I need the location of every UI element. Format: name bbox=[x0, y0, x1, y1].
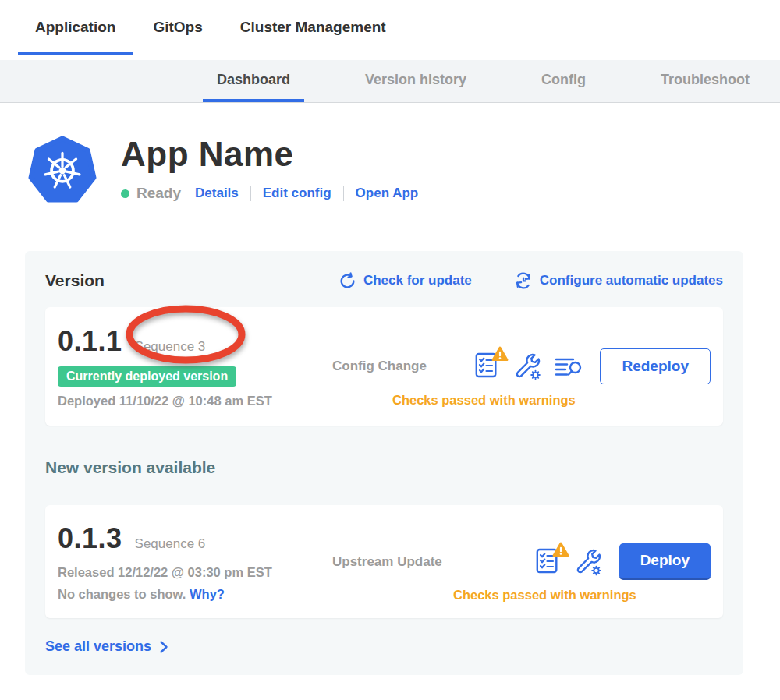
chevron-right-icon bbox=[159, 640, 168, 654]
divider bbox=[250, 186, 251, 201]
released-timestamp: Released 12/12/22 @ 03:30 pm EST bbox=[58, 565, 332, 580]
new-checks-status: Checks passed with warnings bbox=[453, 588, 636, 603]
status-badge: Ready bbox=[136, 185, 181, 202]
open-app-link[interactable]: Open App bbox=[356, 186, 419, 201]
new-version-heading: New version available bbox=[45, 458, 723, 477]
current-version-source-label: Config Change bbox=[332, 359, 427, 374]
current-version-number: 0.1.1 bbox=[58, 325, 122, 358]
tab-application[interactable]: Application bbox=[18, 19, 133, 55]
configure-auto-updates-label: Configure automatic updates bbox=[540, 273, 723, 288]
preflight-checks-button[interactable] bbox=[475, 352, 502, 381]
new-version-sequence: Sequence 6 bbox=[135, 536, 206, 552]
sub-nav: Dashboard Version history Config Trouble… bbox=[0, 60, 780, 103]
version-card-title: Version bbox=[45, 271, 105, 290]
warning-icon bbox=[552, 542, 569, 557]
auto-update-icon bbox=[514, 271, 533, 290]
top-nav: Application GitOps Cluster Management bbox=[0, 0, 780, 55]
details-link[interactable]: Details bbox=[195, 186, 239, 201]
edit-config-link[interactable]: Edit config bbox=[263, 186, 332, 201]
new-version-source-label: Upstream Update bbox=[332, 554, 442, 570]
tab-dashboard[interactable]: Dashboard bbox=[203, 60, 304, 102]
new-version-row: 0.1.3 Sequence 6 Released 12/12/22 @ 03:… bbox=[45, 505, 723, 618]
deployed-timestamp: Deployed 11/10/22 @ 10:48 am EST bbox=[58, 394, 332, 408]
config-wrench-icon[interactable] bbox=[515, 352, 541, 380]
tab-version-history[interactable]: Version history bbox=[351, 60, 480, 102]
status-dot-icon bbox=[121, 189, 129, 198]
deploy-button[interactable]: Deploy bbox=[619, 543, 711, 580]
see-all-versions-label: See all versions bbox=[45, 638, 151, 655]
current-checks-status: Checks passed with warnings bbox=[392, 393, 576, 408]
no-changes-text: No changes to show. bbox=[58, 587, 186, 601]
app-header: App Name Ready Details Edit config Open … bbox=[27, 133, 780, 207]
config-wrench-icon[interactable] bbox=[576, 548, 602, 576]
redeploy-button[interactable]: Redeploy bbox=[600, 348, 711, 384]
version-card: Version Check for update Configure autom… bbox=[25, 251, 743, 675]
tab-config[interactable]: Config bbox=[527, 60, 600, 102]
see-all-versions-link[interactable]: See all versions bbox=[45, 638, 723, 655]
tab-gitops[interactable]: GitOps bbox=[136, 19, 219, 55]
why-link[interactable]: Why? bbox=[190, 587, 225, 601]
new-version-number: 0.1.3 bbox=[58, 522, 122, 555]
tab-troubleshoot[interactable]: Troubleshoot bbox=[647, 60, 764, 102]
page-title: App Name bbox=[121, 135, 418, 174]
current-version-sequence: Sequence 3 bbox=[135, 339, 206, 355]
configure-auto-updates-link[interactable]: Configure automatic updates bbox=[514, 271, 723, 290]
kubernetes-logo-icon bbox=[27, 133, 98, 207]
check-for-update-label: Check for update bbox=[363, 273, 472, 288]
current-version-row: 0.1.1 Sequence 3 Currently deployed vers… bbox=[45, 307, 723, 426]
diff-icon[interactable] bbox=[555, 355, 583, 378]
warning-icon bbox=[491, 346, 509, 362]
tab-cluster-management[interactable]: Cluster Management bbox=[223, 19, 403, 55]
refresh-icon bbox=[339, 272, 356, 290]
preflight-checks-button[interactable] bbox=[536, 547, 562, 577]
check-for-update-link[interactable]: Check for update bbox=[339, 272, 472, 290]
divider bbox=[343, 186, 344, 201]
deployed-version-badge: Currently deployed version bbox=[58, 366, 236, 387]
